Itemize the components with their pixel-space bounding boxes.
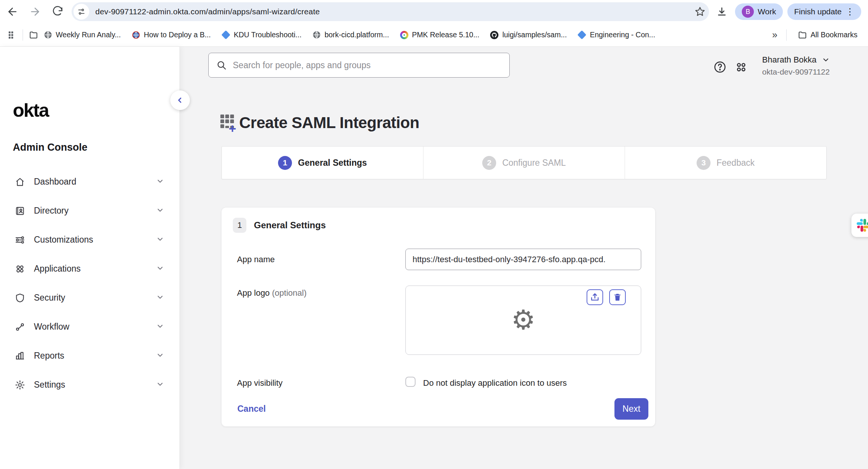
forward-icon[interactable] <box>26 3 44 20</box>
bookmark-item[interactable]: bork-cicd.platform... <box>312 31 389 40</box>
next-button[interactable]: Next <box>614 398 648 420</box>
chevron-down-icon <box>822 56 830 64</box>
site-settings-icon[interactable] <box>73 4 89 20</box>
app-switcher-icon[interactable] <box>733 59 749 75</box>
app-logo-preview: ⚙ <box>405 286 641 355</box>
org-name: okta-dev-90971122 <box>762 67 830 76</box>
grid-plus-icon: + <box>220 115 237 131</box>
app-logo-label: App logo (optional) <box>237 288 307 298</box>
search-icon <box>216 60 227 70</box>
chevron-down-icon <box>156 380 164 390</box>
step-feedback[interactable]: 3 Feedback <box>625 147 826 179</box>
apps-grid-icon[interactable] <box>8 31 17 40</box>
diamond-icon <box>578 31 587 40</box>
globe-colored-icon <box>131 31 141 40</box>
page-title-text: Create SAML Integration <box>239 114 419 132</box>
section-number-badge: 1 <box>233 218 246 233</box>
bookmark-item[interactable]: KDU Troubleshooti... <box>221 31 301 40</box>
section-title: General Settings <box>254 220 326 231</box>
id-card-icon <box>14 205 26 217</box>
back-icon[interactable] <box>4 3 21 20</box>
sidebar-item-dashboard[interactable]: Dashboard <box>0 167 179 196</box>
optional-hint: (optional) <box>272 288 307 298</box>
upload-icon <box>590 292 600 302</box>
sidebar-item-settings[interactable]: Settings <box>0 370 179 399</box>
sidebar-collapse-button[interactable] <box>170 90 190 110</box>
gear-icon <box>14 379 26 391</box>
url-text[interactable]: dev-90971122-admin.okta.com/admin/apps/s… <box>95 7 320 16</box>
folder-icon <box>798 31 807 40</box>
reload-icon[interactable] <box>49 3 66 20</box>
search-input[interactable] <box>233 60 502 70</box>
browser-profile-button[interactable]: B Work <box>735 3 783 20</box>
chevron-down-icon <box>156 351 164 361</box>
cancel-button[interactable]: Cancel <box>237 404 266 414</box>
finish-update-label: Finish update <box>794 7 842 16</box>
slack-icon[interactable] <box>851 214 868 237</box>
sidebar-item-directory[interactable]: Directory <box>0 196 179 225</box>
chevron-down-icon <box>156 206 164 216</box>
app-name-input[interactable] <box>405 249 641 270</box>
sidebar-item-security[interactable]: Security <box>0 283 179 312</box>
spiral-icon <box>400 31 409 40</box>
page-title: + Create SAML Integration <box>220 114 419 132</box>
okta-logo[interactable]: okta <box>13 99 49 121</box>
folder-icon[interactable] <box>29 31 38 40</box>
sidebar: okta Admin Console Dashboard Directory C… <box>0 47 180 469</box>
visibility-checkbox-label[interactable]: Do not display application icon to users <box>423 378 567 388</box>
bookmark-item[interactable]: PMK Release 5.10... <box>400 31 480 40</box>
bookmark-item[interactable]: Weekly Run Analy... <box>43 31 121 40</box>
chevron-down-icon <box>156 235 164 245</box>
step-number: 2 <box>482 156 496 170</box>
admin-console-title: Admin Console <box>13 142 87 153</box>
apps-circles-icon <box>14 263 26 275</box>
help-icon[interactable] <box>712 59 728 75</box>
main-content: Bharath Bokka okta-dev-90971122 + Create… <box>180 47 868 469</box>
app-logo-gear-image: ⚙ <box>511 306 536 333</box>
step-number: 1 <box>278 156 292 170</box>
sidebar-item-applications[interactable]: Applications <box>0 254 179 283</box>
all-bookmarks-button[interactable]: All Bookmarks <box>798 31 857 40</box>
bookmark-item[interactable]: How to Deploy a B... <box>131 31 211 40</box>
divider <box>786 29 787 41</box>
sidebar-item-workflow[interactable]: Workflow <box>0 312 179 341</box>
step-general-settings[interactable]: 1 General Settings <box>222 147 423 179</box>
app-visibility-label: App visibility <box>237 378 283 388</box>
sidebar-nav: Dashboard Directory Customizations Appli… <box>0 167 179 399</box>
bookmarks-overflow-icon[interactable]: » <box>772 29 777 40</box>
globe-icon <box>43 31 52 40</box>
chevron-down-icon <box>156 177 164 187</box>
step-number: 3 <box>697 156 711 170</box>
bookmarks-bar: Weekly Run Analy... How to Deploy a B...… <box>0 23 868 47</box>
screen: dev-90971122-admin.okta.com/admin/apps/s… <box>0 0 868 469</box>
bar-chart-icon <box>14 350 26 362</box>
trash-icon <box>613 293 622 302</box>
kebab-menu-icon[interactable]: ⋮ <box>845 7 854 16</box>
user-menu[interactable]: Bharath Bokka okta-dev-90971122 <box>762 55 830 76</box>
general-settings-card: 1 General Settings App name App logo (op… <box>222 208 655 426</box>
global-search[interactable] <box>208 53 510 78</box>
bookmark-star-icon[interactable] <box>691 3 709 20</box>
sidebar-item-customizations[interactable]: Customizations <box>0 225 179 254</box>
browser-toolbar: dev-90971122-admin.okta.com/admin/apps/s… <box>0 0 868 23</box>
app-name-label: App name <box>237 255 275 264</box>
chevron-down-icon <box>156 322 164 332</box>
visibility-checkbox[interactable] <box>405 377 416 387</box>
sidebar-item-reports[interactable]: Reports <box>0 341 179 370</box>
sliders-icon <box>14 234 26 246</box>
upload-logo-button[interactable] <box>587 289 603 305</box>
finish-update-button[interactable]: Finish update ⋮ <box>787 3 861 20</box>
url-bar[interactable]: dev-90971122-admin.okta.com/admin/apps/s… <box>72 2 709 21</box>
shield-icon <box>14 292 26 304</box>
download-icon[interactable] <box>713 3 730 20</box>
chevron-down-icon <box>156 293 164 303</box>
github-icon <box>490 31 499 40</box>
step-configure-saml[interactable]: 2 Configure SAML <box>423 147 625 179</box>
delete-logo-button[interactable] <box>609 289 626 305</box>
bookmark-item[interactable]: Engineering - Con... <box>578 31 655 40</box>
profile-avatar: B <box>742 6 754 18</box>
user-name: Bharath Bokka <box>762 55 816 65</box>
bookmark-item[interactable]: luigi/samples/sam... <box>490 31 567 40</box>
wizard-steps: 1 General Settings 2 Configure SAML 3 Fe… <box>222 146 827 179</box>
diamond-icon <box>221 31 230 40</box>
